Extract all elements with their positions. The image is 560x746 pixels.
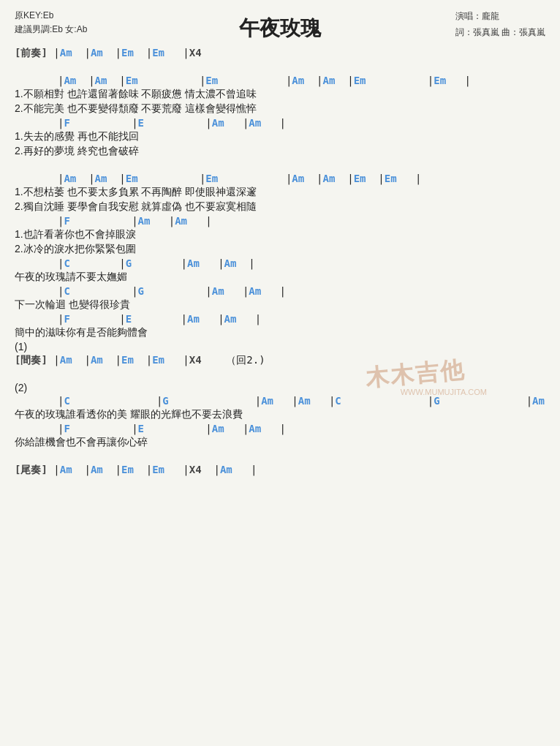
lyric-line: 1.也許看著你也不會掉眼淚	[15, 228, 545, 241]
lyric-line: 2.獨自沈睡 要學會自我安慰 就算虛偽 也不要寂寞相隨	[15, 200, 545, 214]
lyric-line: 簡中的滋味你有是否能夠體會	[15, 326, 545, 339]
lyric-line: (1)	[15, 341, 545, 353]
lyric-line: 你給誰機會也不會再讓你心碎	[15, 436, 545, 449]
lyric-line: 午夜的玫瑰誰看透你的美 耀眼的光輝也不要去浪費	[15, 408, 545, 421]
chord-line: |Am |Am |Em |Em |Am |Am |Em |Em |	[15, 75, 545, 86]
chord-line: [尾奏] |Am |Am |Em |Em |X4 |Am |	[15, 464, 545, 477]
singer-info: 演唱：龐龍 詞：張真嵐 曲：張真嵐	[455, 9, 545, 40]
lyric-line: 2.不能完美 也不要變得頹廢 不要荒廢 這樣會變得憔悴	[15, 102, 545, 116]
lyric-line: 2.冰冷的淚水把你緊緊包圍	[15, 243, 545, 256]
blank-line	[15, 61, 545, 73]
header-area: 原KEY:Eb 建議男調:Eb 女:Ab 午夜玫瑰 演唱：龐龍 詞：張真嵐 曲：…	[15, 9, 545, 42]
chord-line: [間奏] |Am |Am |Em |Em |X4 （回2.)	[15, 354, 545, 367]
singer-line: 演唱：龐龍	[455, 9, 545, 25]
chord-line: |C |G |Am |Am |	[15, 257, 545, 269]
content-area: [前奏] |Am |Am |Em |Em |X4 |Am |Am |Em |Em…	[15, 47, 545, 477]
lyricist-line: 詞：張真嵐 曲：張真嵐	[455, 25, 545, 41]
chord-line: |F |E |Am |Am |	[15, 313, 545, 325]
chord-line: |Am |Am |Em |Em |Am |Am |Em |Em |	[15, 173, 545, 184]
lyric-line: 2.再好的夢境 終究也會破碎	[15, 145, 545, 158]
chord-line: [前奏] |Am |Am |Em |Em |X4	[15, 47, 545, 60]
lyric-line: (2)	[15, 382, 545, 393]
blank-line	[15, 369, 545, 380]
chord-line: |F |E |Am |Am |	[15, 423, 545, 434]
chord-line: |F |E |Am |Am |	[15, 117, 545, 129]
blank-line	[15, 451, 545, 462]
blank-line	[15, 159, 545, 171]
chord-line: |C |G |Am |Am |	[15, 285, 545, 297]
lyric-line: 下一次輪迴 也變得很珍貴	[15, 298, 545, 312]
lyric-line: 午夜的玫瑰請不要太嫵媚	[15, 271, 545, 284]
lyric-line: 1.不願相對 也許還留著餘味 不願疲憊 情太濃不曾追味	[15, 88, 545, 101]
lyric-line: 1.失去的感覺 再也不能找回	[15, 130, 545, 143]
lyric-line: 1.不想枯萎 也不要太多負累 不再陶醉 即使眼神還深邃	[15, 186, 545, 199]
chord-line: |C |G |Am |Am |C |G |Am |Am |	[15, 395, 545, 407]
chord-line: |F |Am |Am |	[15, 215, 545, 227]
